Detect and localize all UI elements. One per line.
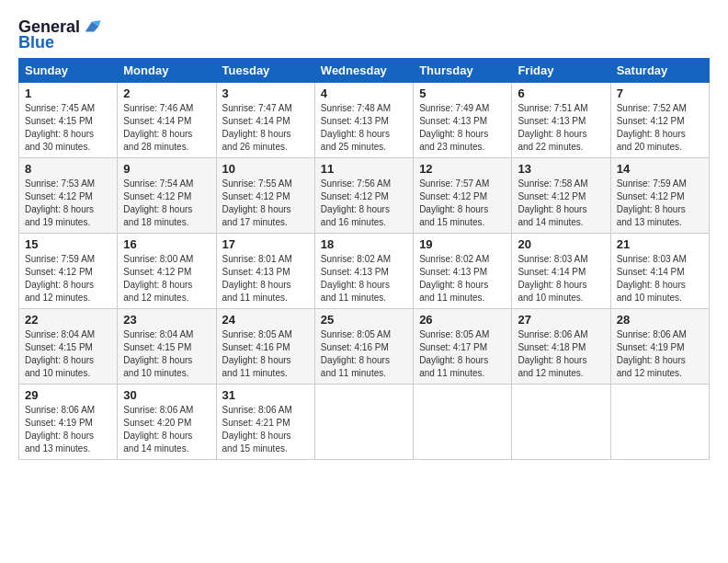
day-number: 20: [518, 237, 604, 251]
calendar-cell: 1 Sunrise: 7:45 AMSunset: 4:15 PMDayligh…: [19, 83, 118, 158]
calendar-cell: 19 Sunrise: 8:02 AMSunset: 4:13 PMDaylig…: [414, 234, 512, 309]
calendar-cell: 2 Sunrise: 7:46 AMSunset: 4:14 PMDayligh…: [118, 83, 216, 158]
day-number: 7: [617, 86, 703, 100]
day-detail: Sunrise: 8:05 AMSunset: 4:16 PMDaylight:…: [321, 329, 391, 378]
day-detail: Sunrise: 7:52 AMSunset: 4:12 PMDaylight:…: [617, 103, 687, 152]
calendar-cell: 22 Sunrise: 8:04 AMSunset: 4:15 PMDaylig…: [19, 309, 118, 385]
day-detail: Sunrise: 7:57 AMSunset: 4:12 PMDaylight:…: [419, 178, 489, 227]
calendar-week-row: 8 Sunrise: 7:53 AMSunset: 4:12 PMDayligh…: [19, 158, 710, 234]
day-detail: Sunrise: 7:51 AMSunset: 4:13 PMDaylight:…: [518, 103, 587, 152]
day-detail: Sunrise: 7:47 AMSunset: 4:14 PMDaylight:…: [222, 103, 292, 152]
page: General Blue SundayMondayTuesdayWednesda…: [0, 0, 728, 563]
calendar-cell: 31 Sunrise: 8:06 AMSunset: 4:21 PMDaylig…: [216, 385, 314, 460]
day-detail: Sunrise: 7:55 AMSunset: 4:12 PMDaylight:…: [222, 178, 292, 227]
logo-bird-icon: [82, 17, 102, 37]
calendar-cell: [610, 385, 709, 460]
day-number: 15: [25, 237, 111, 251]
day-detail: Sunrise: 8:05 AMSunset: 4:16 PMDaylight:…: [222, 329, 292, 378]
day-detail: Sunrise: 7:48 AMSunset: 4:13 PMDaylight:…: [321, 103, 391, 152]
day-detail: Sunrise: 8:02 AMSunset: 4:13 PMDaylight:…: [419, 254, 489, 303]
day-number: 16: [123, 237, 210, 251]
day-detail: Sunrise: 8:06 AMSunset: 4:19 PMDaylight:…: [617, 329, 687, 378]
calendar-week-row: 1 Sunrise: 7:45 AMSunset: 4:15 PMDayligh…: [19, 83, 710, 158]
calendar-cell: 9 Sunrise: 7:54 AMSunset: 4:12 PMDayligh…: [118, 158, 216, 234]
day-detail: Sunrise: 8:02 AMSunset: 4:13 PMDaylight:…: [321, 254, 391, 303]
day-detail: Sunrise: 7:53 AMSunset: 4:12 PMDaylight:…: [25, 178, 95, 227]
day-detail: Sunrise: 8:04 AMSunset: 4:15 PMDaylight:…: [123, 329, 193, 378]
logo: General Blue: [18, 17, 102, 52]
calendar-cell: 15 Sunrise: 7:59 AMSunset: 4:12 PMDaylig…: [19, 234, 118, 309]
calendar-cell: 17 Sunrise: 8:01 AMSunset: 4:13 PMDaylig…: [216, 234, 314, 309]
calendar-cell: [512, 385, 610, 460]
day-detail: Sunrise: 7:59 AMSunset: 4:12 PMDaylight:…: [617, 178, 687, 227]
day-number: 3: [222, 86, 309, 100]
calendar-cell: 13 Sunrise: 7:58 AMSunset: 4:12 PMDaylig…: [512, 158, 610, 234]
day-number: 18: [321, 237, 407, 251]
calendar-cell: 14 Sunrise: 7:59 AMSunset: 4:12 PMDaylig…: [610, 158, 709, 234]
day-number: 25: [321, 313, 407, 327]
calendar-cell: 24 Sunrise: 8:05 AMSunset: 4:16 PMDaylig…: [216, 309, 314, 385]
day-number: 19: [419, 237, 506, 251]
day-number: 30: [123, 388, 210, 402]
day-detail: Sunrise: 8:05 AMSunset: 4:17 PMDaylight:…: [419, 329, 489, 378]
calendar-cell: 18 Sunrise: 8:02 AMSunset: 4:13 PMDaylig…: [314, 234, 413, 309]
calendar-cell: 28 Sunrise: 8:06 AMSunset: 4:19 PMDaylig…: [610, 309, 709, 385]
calendar-table: SundayMondayTuesdayWednesdayThursdayFrid…: [18, 58, 710, 460]
calendar-header-thursday: Thursday: [414, 59, 512, 83]
day-detail: Sunrise: 8:00 AMSunset: 4:12 PMDaylight:…: [123, 254, 193, 303]
day-number: 1: [25, 86, 111, 100]
day-number: 31: [222, 388, 309, 402]
day-detail: Sunrise: 7:59 AMSunset: 4:12 PMDaylight:…: [25, 254, 95, 303]
day-number: 6: [518, 86, 604, 100]
calendar-header-saturday: Saturday: [610, 59, 709, 83]
day-detail: Sunrise: 7:46 AMSunset: 4:14 PMDaylight:…: [123, 103, 193, 152]
day-detail: Sunrise: 8:06 AMSunset: 4:20 PMDaylight:…: [123, 405, 193, 454]
day-detail: Sunrise: 8:06 AMSunset: 4:18 PMDaylight:…: [518, 329, 587, 378]
day-number: 4: [321, 86, 407, 100]
day-detail: Sunrise: 7:54 AMSunset: 4:12 PMDaylight:…: [123, 178, 193, 227]
day-number: 8: [25, 162, 111, 176]
day-number: 23: [123, 313, 210, 327]
calendar-cell: 29 Sunrise: 8:06 AMSunset: 4:19 PMDaylig…: [19, 385, 118, 460]
calendar-week-row: 29 Sunrise: 8:06 AMSunset: 4:19 PMDaylig…: [19, 385, 710, 460]
day-number: 10: [222, 162, 309, 176]
day-detail: Sunrise: 8:01 AMSunset: 4:13 PMDaylight:…: [222, 254, 292, 303]
day-number: 17: [222, 237, 309, 251]
day-detail: Sunrise: 8:06 AMSunset: 4:21 PMDaylight:…: [222, 405, 292, 454]
day-number: 9: [123, 162, 210, 176]
day-number: 21: [617, 237, 703, 251]
day-number: 5: [419, 86, 506, 100]
day-number: 27: [518, 313, 604, 327]
day-detail: Sunrise: 8:03 AMSunset: 4:14 PMDaylight:…: [617, 254, 687, 303]
day-number: 11: [321, 162, 407, 176]
calendar-cell: 26 Sunrise: 8:05 AMSunset: 4:17 PMDaylig…: [414, 309, 512, 385]
calendar-cell: 21 Sunrise: 8:03 AMSunset: 4:14 PMDaylig…: [610, 234, 709, 309]
day-detail: Sunrise: 8:06 AMSunset: 4:19 PMDaylight:…: [25, 405, 95, 454]
day-detail: Sunrise: 7:58 AMSunset: 4:12 PMDaylight:…: [518, 178, 587, 227]
calendar-cell: 23 Sunrise: 8:04 AMSunset: 4:15 PMDaylig…: [118, 309, 216, 385]
calendar-week-row: 15 Sunrise: 7:59 AMSunset: 4:12 PMDaylig…: [19, 234, 710, 309]
calendar-header-monday: Monday: [118, 59, 216, 83]
day-detail: Sunrise: 7:45 AMSunset: 4:15 PMDaylight:…: [25, 103, 95, 152]
calendar-cell: 5 Sunrise: 7:49 AMSunset: 4:13 PMDayligh…: [414, 83, 512, 158]
day-number: 22: [25, 313, 111, 327]
calendar-cell: [314, 385, 413, 460]
day-number: 28: [617, 313, 703, 327]
calendar-cell: 10 Sunrise: 7:55 AMSunset: 4:12 PMDaylig…: [216, 158, 314, 234]
day-number: 2: [123, 86, 210, 100]
calendar-cell: 12 Sunrise: 7:57 AMSunset: 4:12 PMDaylig…: [414, 158, 512, 234]
calendar-cell: 30 Sunrise: 8:06 AMSunset: 4:20 PMDaylig…: [118, 385, 216, 460]
day-detail: Sunrise: 7:56 AMSunset: 4:12 PMDaylight:…: [321, 178, 391, 227]
calendar-week-row: 22 Sunrise: 8:04 AMSunset: 4:15 PMDaylig…: [19, 309, 710, 385]
calendar-header-friday: Friday: [512, 59, 610, 83]
calendar-header-wednesday: Wednesday: [314, 59, 413, 83]
calendar-cell: 4 Sunrise: 7:48 AMSunset: 4:13 PMDayligh…: [314, 83, 413, 158]
calendar-cell: 3 Sunrise: 7:47 AMSunset: 4:14 PMDayligh…: [216, 83, 314, 158]
day-number: 13: [518, 162, 604, 176]
calendar-cell: 8 Sunrise: 7:53 AMSunset: 4:12 PMDayligh…: [19, 158, 118, 234]
calendar-cell: 16 Sunrise: 8:00 AMSunset: 4:12 PMDaylig…: [118, 234, 216, 309]
calendar-cell: [414, 385, 512, 460]
calendar-cell: 6 Sunrise: 7:51 AMSunset: 4:13 PMDayligh…: [512, 83, 610, 158]
calendar-header-sunday: Sunday: [19, 59, 118, 83]
day-number: 26: [419, 313, 506, 327]
